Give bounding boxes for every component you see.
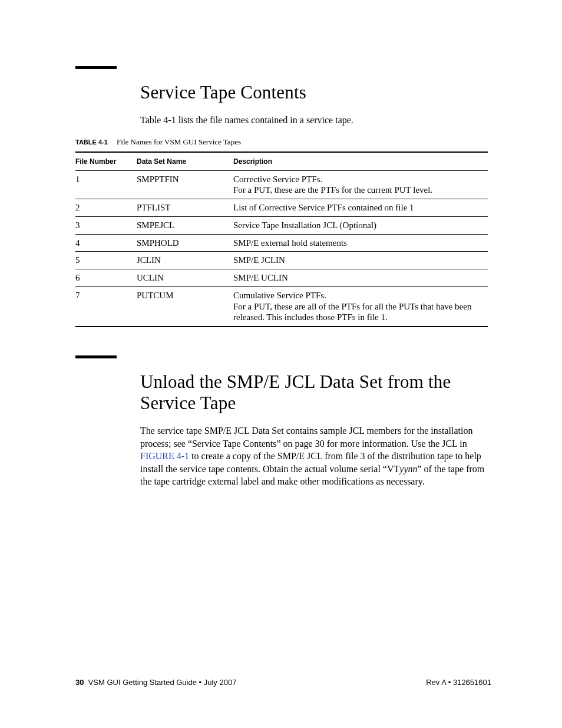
cell-description: SMP/E JCLIN — [233, 252, 488, 269]
cell-description: Service Tape Installation JCL (Optional) — [233, 216, 488, 234]
page-footer: 30 VSM GUI Getting Started Guide • July … — [75, 678, 491, 687]
section2-paragraph: The service tape SMP/E JCL Data Set cont… — [140, 424, 491, 488]
th-description: Description — [233, 152, 488, 171]
cell-data-set-name: SMPHOLD — [137, 234, 233, 252]
cell-data-set-name: PUTCUM — [137, 286, 233, 327]
footer-book-title: VSM GUI Getting Started Guide • July 200… — [88, 678, 237, 687]
figure-crossref[interactable]: FIGURE 4-1 — [140, 451, 189, 461]
section-heading-1: Service Tape Contents — [140, 82, 491, 103]
section1-intro: Table 4-1 lists the file names contained… — [140, 114, 491, 127]
page-number: 30 — [75, 678, 84, 687]
cell-description: Corrective Service PTFs.For a PUT, these… — [233, 170, 488, 199]
section-rule — [75, 66, 117, 69]
cell-description: Cumulative Service PTFs.For a PUT, these… — [233, 286, 488, 327]
footer-right: Rev A • 312651601 — [426, 678, 491, 687]
cell-file-number: 5 — [75, 252, 137, 269]
table-row: 6UCLINSMP/E UCLIN — [75, 269, 488, 287]
cell-data-set-name: SMPEJCL — [137, 216, 233, 234]
cell-file-number: 3 — [75, 216, 137, 234]
section-heading-2: Unload the SMP/E JCL Data Set from the S… — [140, 371, 491, 414]
table-row: 3SMPEJCLService Tape Installation JCL (O… — [75, 216, 488, 234]
cell-file-number: 6 — [75, 269, 137, 287]
footer-left: 30 VSM GUI Getting Started Guide • July … — [75, 678, 236, 687]
cell-data-set-name: SMPPTFIN — [137, 170, 233, 199]
service-tape-table: File Number Data Set Name Description 1S… — [75, 151, 488, 328]
table-row: 4SMPHOLDSMP/E external hold statements — [75, 234, 488, 252]
table-row: 2PTFLISTList of Corrective Service PTFs … — [75, 199, 488, 217]
table-caption: TABLE 4-1 File Names for VSM GUI Service… — [75, 137, 491, 147]
volume-serial-variable: yynn — [399, 464, 417, 474]
cell-data-set-name: UCLIN — [137, 269, 233, 287]
cell-data-set-name: JCLIN — [137, 252, 233, 269]
section-rule — [75, 355, 117, 358]
cell-file-number: 1 — [75, 170, 137, 199]
cell-file-number: 7 — [75, 286, 137, 327]
table-row: 5JCLINSMP/E JCLIN — [75, 252, 488, 269]
cell-data-set-name: PTFLIST — [137, 199, 233, 217]
th-data-set-name: Data Set Name — [137, 152, 233, 171]
table-label: TABLE 4-1 — [75, 139, 108, 146]
cell-file-number: 2 — [75, 199, 137, 217]
cell-description: List of Corrective Service PTFs containe… — [233, 199, 488, 217]
table-header-row: File Number Data Set Name Description — [75, 152, 488, 171]
th-file-number: File Number — [75, 152, 137, 171]
cell-description: SMP/E external hold statements — [233, 234, 488, 252]
table-caption-text: File Names for VSM GUI Service Tapes — [117, 137, 241, 146]
cell-description: SMP/E UCLIN — [233, 269, 488, 287]
table-row: 1SMPPTFINCorrective Service PTFs.For a P… — [75, 170, 488, 199]
table-row: 7PUTCUMCumulative Service PTFs.For a PUT… — [75, 286, 488, 327]
para-text: The service tape SMP/E JCL Data Set cont… — [140, 426, 472, 449]
cell-file-number: 4 — [75, 234, 137, 252]
